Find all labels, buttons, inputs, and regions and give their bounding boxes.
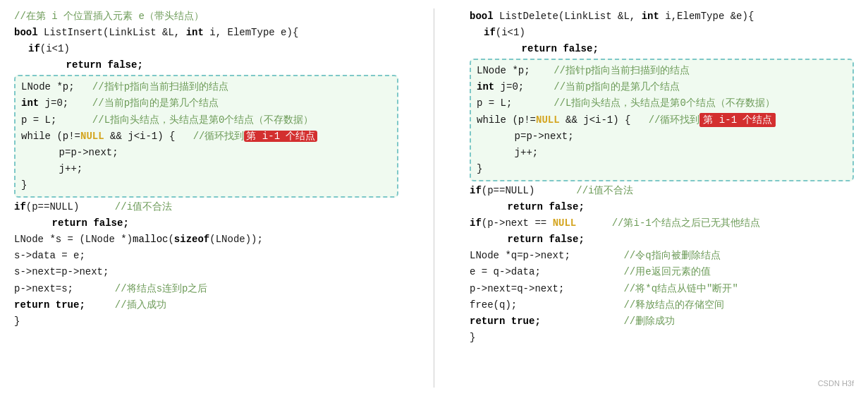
- right-lnode-q: LNode *q=p->next; //令q指向被删除结点: [470, 248, 854, 264]
- right-if-next-null: if(p->next == NULL //第i-1个结点之后已无其他结点: [470, 215, 854, 232]
- column-divider: [434, 8, 434, 388]
- left-title-comment: //在第 i 个位置插入元素 e（带头结点）: [14, 8, 398, 25]
- left-signature: bool ListInsert(LinkList &L, int i, Elem…: [14, 25, 398, 41]
- left-s-next: s->next=p->next;: [14, 264, 398, 280]
- left-lnode-s: LNode *s = (LNode *)malloc(sizeof(LNode)…: [14, 232, 398, 248]
- right-lnode-p: LNode *p; //指针p指向当前扫描到的结点: [477, 63, 847, 79]
- right-p-next-q: p->next=q->next; //将*q结点从链中"断开": [470, 281, 854, 297]
- left-p-l: p = L; //L指向头结点，头结点是第0个结点（不存数据）: [21, 112, 391, 128]
- left-int-j: int j=0; //当前p指向的是第几个结点: [21, 95, 391, 112]
- watermark: CSDN H3f: [818, 379, 854, 388]
- left-j-inc: j++;: [21, 161, 391, 177]
- left-if: if(i<1): [14, 41, 398, 57]
- left-return-true: return true; //插入成功: [14, 297, 398, 313]
- left-p-next-s: p->next=s; //将结点s连到p之后: [14, 281, 398, 297]
- right-return-false-2: return false;: [470, 199, 854, 215]
- left-return-false-2: return false;: [14, 215, 398, 232]
- right-p-next: p=p->next;: [477, 128, 847, 145]
- right-return-false-3: return false;: [470, 232, 854, 248]
- right-if: if(i<1): [470, 25, 854, 41]
- left-s-data: s->data = e;: [14, 248, 398, 264]
- right-while: while (p!=NULL && j<i-1) { //循环找到第 i-1 个…: [477, 112, 847, 128]
- right-highlight-box: LNode *p; //指针p指向当前扫描到的结点 int j=0; //当前p…: [470, 59, 854, 181]
- left-if-null: if(p==NULL) //i值不合法: [14, 199, 398, 215]
- right-return-false-1: return false;: [470, 41, 854, 57]
- left-return-false-1: return false;: [14, 57, 398, 73]
- right-end-brace: }: [470, 330, 854, 346]
- right-column: bool ListDelete(LinkList &L, int i,ElemT…: [470, 8, 854, 388]
- right-e-data: e = q->data; //用e返回元素的值: [470, 264, 854, 280]
- right-int-j: int j=0; //当前p指向的是第几个结点: [477, 79, 847, 95]
- left-p-next: p=p->next;: [21, 145, 391, 161]
- right-j-inc: j++;: [477, 145, 847, 161]
- right-signature: bool ListDelete(LinkList &L, int i,ElemT…: [470, 8, 854, 25]
- left-while: while (p!=NULL && j<i-1) { //循环找到第 i-1 个…: [21, 128, 391, 145]
- right-close-brace: }: [477, 161, 847, 177]
- right-return-true: return true; //删除成功: [470, 313, 854, 330]
- left-column: //在第 i 个位置插入元素 e（带头结点） bool ListInsert(L…: [14, 8, 398, 388]
- right-if-null: if(p==NULL) //i值不合法: [470, 183, 854, 199]
- left-close-brace: }: [21, 177, 391, 193]
- right-p-l: p = L; //L指向头结点，头结点是第0个结点（不存数据）: [477, 95, 847, 112]
- left-lnode-p: LNode *p; //指针p指向当前扫描到的结点: [21, 79, 391, 95]
- left-end-brace: }: [14, 313, 398, 330]
- right-free-q: free(q); //释放结点的存储空间: [470, 297, 854, 313]
- left-highlight-box: LNode *p; //指针p指向当前扫描到的结点 int j=0; //当前p…: [14, 75, 398, 198]
